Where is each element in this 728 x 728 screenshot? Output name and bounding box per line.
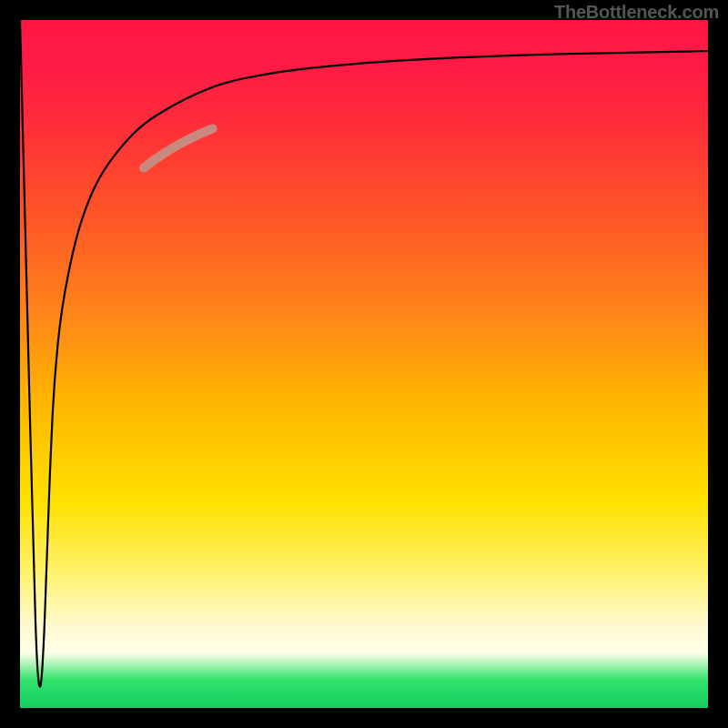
bottleneck-curve — [20, 20, 708, 687]
chart-svg — [20, 20, 708, 708]
highlight-segment — [144, 128, 213, 167]
watermark-text: TheBottleneck.com — [554, 2, 719, 23]
chart-curve-group — [20, 20, 708, 687]
